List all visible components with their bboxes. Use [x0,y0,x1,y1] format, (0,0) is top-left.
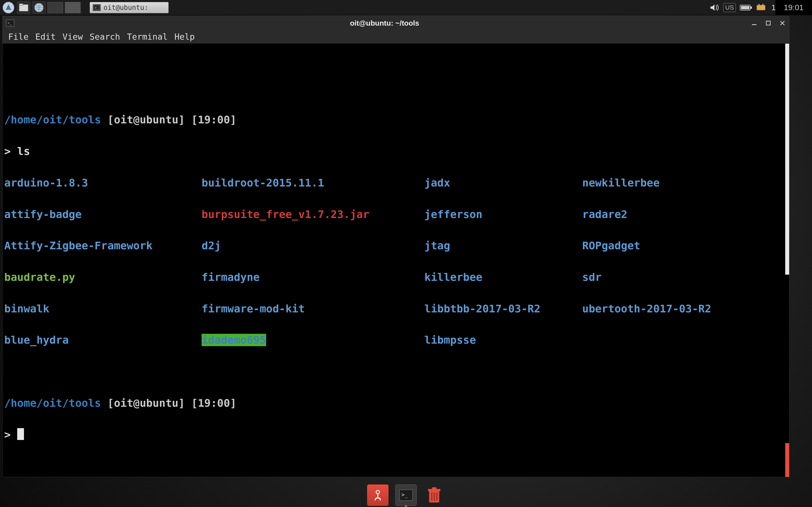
taskbar-label: oit@ubuntu: [103,4,148,11]
window-title: oit@ubuntu: ~/tools [19,19,750,27]
list-item: d2j [202,239,221,252]
menu-file[interactable]: File [5,31,31,43]
maximize-button[interactable] [764,19,772,27]
list-item: sdr [582,271,602,283]
prompt-path: /home/oit/tools [4,114,101,126]
svg-text:>_: >_ [8,21,11,25]
prompt-time: [19:00] [192,114,237,126]
menu-view[interactable]: View [60,31,86,43]
start-menu-icon[interactable] [2,1,15,14]
prompt-marker: > [4,429,11,441]
list-item: libmpsse [424,334,476,346]
dock-terminal-app[interactable]: >_ [395,485,417,506]
ls-output-row-0: arduino-1.8.3buildroot-2015.11.1jadxnewk… [4,175,788,191]
svg-rect-25 [434,492,435,501]
scrollbar-thumb-accent[interactable] [785,443,789,477]
list-item: jtag [424,239,450,252]
blank-line [4,364,788,380]
svg-rect-16 [752,24,756,25]
list-item: buildroot-2015.11.1 [202,177,324,189]
list-item: attify-badge [4,208,82,221]
list-item: firmware-mod-kit [202,302,305,315]
svg-rect-8 [741,6,749,9]
menu-search[interactable]: Search [87,31,123,43]
workspace-1[interactable] [47,2,63,13]
list-item: arduino-1.8.3 [4,177,88,189]
ls-output-row-5: blue_hydraidademo695libmpsse [4,332,788,348]
dock: >_ [367,485,445,506]
prompt-host: [oit@ubuntu] [107,397,185,409]
list-item: baudrate.py [4,271,75,283]
svg-rect-24 [431,492,433,501]
svg-rect-11 [762,4,763,6]
ls-output-row-1: attify-badgeburpsuite_free_v1.7.23.jarje… [4,207,788,223]
list-item: jadx [424,177,450,189]
browser-icon[interactable] [32,1,46,14]
svg-rect-23 [432,487,437,490]
list-item: firmadyne [202,271,260,283]
prompt-host: [oit@ubuntu] [107,114,185,126]
command-line-2: > [4,427,788,443]
svg-rect-26 [436,492,438,501]
command-line-1: > ls [4,144,788,159]
window-titlebar[interactable]: >_ oit@ubuntu: ~/tools [3,16,789,30]
command-text: ls [17,145,30,158]
close-button[interactable] [778,19,786,27]
top-panel: >_ oit@ubuntu: US 19:01 [0,0,812,15]
svg-text:>_: >_ [95,6,99,10]
list-item: blue_hydra [4,334,69,346]
terminal-icon: >_ [93,4,101,11]
volume-icon[interactable] [710,3,719,12]
terminal-icon: >_ [5,19,15,27]
list-item: radare2 [582,208,627,221]
terminal-body[interactable]: /home/oit/tools [oit@ubuntu] [19:00] > l… [3,44,789,477]
file-manager-icon[interactable] [17,1,31,14]
list-item: killerbee [424,271,483,283]
prompt-time: [19:00] [192,397,237,409]
list-item: libbtbb-2017-03-R2 [424,302,541,315]
svg-rect-2 [19,4,23,5]
menu-help[interactable]: Help [172,31,198,43]
scrollbar-thumb[interactable] [785,44,789,275]
menu-terminal[interactable]: Terminal [124,31,170,43]
terminal-window: >_ oit@ubuntu: ~/tools File Edit View Se… [2,16,790,477]
network-icon[interactable] [756,3,766,12]
menu-edit[interactable]: Edit [33,31,58,43]
taskbar-terminal-button[interactable]: >_ oit@ubuntu: [90,2,168,13]
list-item-selected: idademo695 [202,334,266,346]
ls-output-row-3: baudrate.pyfirmadynekillerbeesdr [4,270,788,285]
minimize-button[interactable] [750,19,758,27]
keyboard-layout-icon[interactable]: US [723,3,736,12]
secondary-clock: 19:01 [775,0,812,15]
prompt-line-2: /home/oit/tools [oit@ubuntu] [19:00] [4,395,788,411]
dock-trash[interactable] [423,485,445,506]
dock-anchor-app[interactable] [367,485,389,506]
list-item: jefferson [424,208,483,221]
svg-rect-17 [766,21,770,25]
window-menubar: File Edit View Search Terminal Help [3,30,789,44]
svg-text:>_: >_ [401,491,408,498]
svg-rect-10 [758,4,760,6]
battery-icon[interactable] [740,4,752,11]
svg-rect-1 [19,4,28,11]
list-item: ubertooth-2017-03-R2 [582,302,711,315]
list-item: newkillerbee [582,177,660,189]
workspace-2[interactable] [65,2,81,13]
prompt-path: /home/oit/tools [4,397,101,409]
list-item: ROPgadget [582,239,640,252]
prompt-marker: > [4,145,11,158]
list-item: Attify-Zigbee-Framework [4,239,153,252]
svg-rect-7 [751,6,752,9]
ls-output-row-4: binwalkfirmware-mod-kitlibbtbb-2017-03-R… [4,301,788,317]
cursor-icon [17,428,24,440]
svg-rect-9 [757,5,765,10]
ls-output-row-2: Attify-Zigbee-Frameworkd2jjtagROPgadget [4,238,788,254]
list-item: binwalk [4,302,49,315]
list-item: burpsuite_free_v1.7.23.jar [202,208,369,221]
prompt-line-1: /home/oit/tools [oit@ubuntu] [19:00] [4,112,788,128]
